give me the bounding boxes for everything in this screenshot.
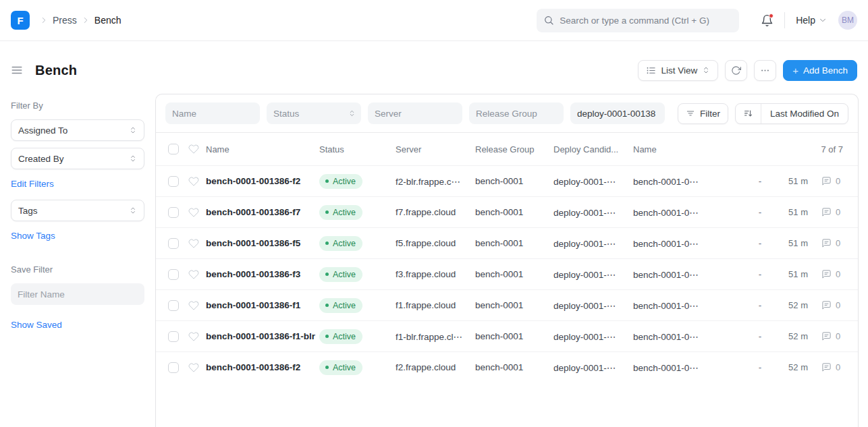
row-checkbox[interactable] (168, 238, 179, 249)
filter-name-input[interactable] (11, 283, 144, 305)
deploy-candidate-cell: deploy-0001-⋯ (553, 176, 633, 187)
assigned-to-select[interactable]: Assigned To (11, 119, 144, 141)
status-badge: Active (319, 174, 362, 189)
bench-name[interactable]: bench-0001-001386-f3 (206, 269, 319, 279)
notifications-button[interactable] (761, 14, 774, 27)
command-search[interactable] (537, 9, 739, 32)
assigned-to-label: Assigned To (18, 125, 67, 136)
favorite-heart-icon[interactable] (188, 269, 206, 280)
empty-value-cell: - (750, 269, 770, 279)
comments-cell: 0 (811, 176, 858, 186)
table-row[interactable]: bench-0001-001386-f1 Active f1.frappe.cl… (156, 289, 858, 320)
favorite-heart-icon[interactable] (188, 362, 206, 373)
status-dot-icon (325, 273, 329, 276)
bench-name[interactable]: bench-0001-001386-f7 (206, 207, 319, 217)
top-navbar: F Press Bench Help BM (0, 0, 868, 41)
server-filter-input[interactable] (368, 103, 462, 124)
last-modified-cell: 52 m (770, 362, 811, 372)
search-input[interactable] (560, 16, 732, 26)
refresh-icon (731, 65, 741, 76)
favorite-heart-icon[interactable] (188, 300, 206, 311)
favorite-heart-icon[interactable] (188, 207, 206, 218)
name2-cell: bench-0001-0⋯ (633, 238, 750, 249)
favorite-heart-icon[interactable] (188, 331, 206, 342)
bench-name[interactable]: bench-0001-001386-f2 (206, 362, 319, 372)
name2-cell: bench-0001-0⋯ (633, 207, 750, 218)
user-avatar[interactable]: BM (838, 11, 857, 30)
column-header-server[interactable]: Server (396, 144, 475, 154)
select-all-checkbox[interactable] (168, 144, 179, 154)
status-badge: Active (319, 236, 362, 251)
show-saved-link[interactable]: Show Saved (11, 320, 62, 330)
column-header-name2[interactable]: Name (633, 144, 750, 154)
status-badge: Active (319, 205, 362, 220)
server-cell: f1-blr.frappe.cl⋯ (396, 331, 475, 342)
row-checkbox[interactable] (168, 176, 179, 187)
status-text: Active (333, 177, 356, 186)
name2-cell: bench-0001-0⋯ (633, 300, 750, 311)
table-row[interactable]: bench-0001-001386-f3 Active f3.frappe.cl… (156, 258, 858, 289)
row-checkbox[interactable] (168, 362, 179, 373)
status-text: Active (333, 301, 356, 310)
last-modified-cell: 51 m (770, 269, 811, 279)
comment-icon (821, 238, 832, 248)
table-row[interactable]: bench-0001-001386-f5 Active f5.frappe.cl… (156, 227, 858, 258)
help-menu[interactable]: Help (796, 15, 828, 26)
name2-cell: bench-0001-0⋯ (633, 269, 750, 280)
table-row[interactable]: bench-0001-001386-f7 Active f7.frappe.cl… (156, 196, 858, 227)
comments-cell: 0 (811, 362, 858, 372)
tags-select[interactable]: Tags (11, 200, 144, 221)
page-header: Bench List View + Add Bench (0, 41, 868, 94)
column-header-name[interactable]: Name (206, 144, 319, 154)
column-header-deploy-candidate[interactable]: Deploy Candid... (553, 144, 633, 154)
comments-cell: 0 (811, 238, 858, 248)
filter-button-label: Filter (700, 109, 720, 119)
created-by-select[interactable]: Created By (11, 148, 144, 169)
filter-button[interactable]: Filter (678, 103, 728, 124)
more-options-button[interactable] (754, 60, 776, 81)
sort-field-label[interactable]: Last Modified On (761, 104, 848, 123)
deploy-candidate-cell: deploy-0001-⋯ (553, 269, 633, 280)
show-tags-link[interactable]: Show Tags (11, 231, 55, 241)
column-header-release-group[interactable]: Release Group (475, 144, 553, 154)
sort-descending-icon[interactable] (736, 104, 761, 123)
status-filter-select[interactable] (267, 103, 361, 124)
hamburger-menu-icon[interactable] (11, 64, 23, 76)
last-modified-cell: 52 m (770, 300, 811, 310)
column-header-status[interactable]: Status (319, 144, 396, 154)
status-dot-icon (325, 241, 329, 245)
tags-label: Tags (18, 206, 38, 216)
table-row[interactable]: bench-0001-001386-f1-blr Active f1-blr.f… (156, 320, 858, 351)
last-modified-cell: 52 m (770, 331, 811, 341)
list-view-button[interactable]: List View (638, 60, 718, 81)
table-row[interactable]: bench-0001-001386-f2 Active f2-blr.frapp… (156, 165, 858, 196)
chevron-updown-icon (129, 126, 137, 134)
release-group-filter-input[interactable] (469, 103, 564, 124)
row-checkbox[interactable] (168, 331, 179, 342)
sort-control[interactable]: Last Modified On (735, 103, 848, 124)
row-checkbox[interactable] (168, 269, 179, 280)
deploy-candidate-filter-input[interactable] (570, 103, 665, 124)
table-row[interactable]: bench-0001-001386-f2 Active f2.frappe.cl… (156, 351, 858, 382)
chevron-down-icon (818, 16, 828, 25)
favorite-heart-icon[interactable] (188, 238, 206, 249)
breadcrumb-bench[interactable]: Bench (94, 15, 121, 26)
refresh-button[interactable] (725, 60, 747, 81)
column-filter-bar: Filter Last Modified On (156, 94, 858, 132)
favorite-heart-icon[interactable] (188, 176, 206, 187)
name-filter-input[interactable] (165, 103, 260, 124)
bench-name[interactable]: bench-0001-001386-f5 (206, 238, 319, 248)
bench-name[interactable]: bench-0001-001386-f2 (206, 176, 319, 186)
bench-name[interactable]: bench-0001-001386-f1-blr (206, 331, 319, 341)
add-bench-button[interactable]: + Add Bench (783, 60, 857, 81)
row-checkbox[interactable] (168, 207, 179, 218)
edit-filters-link[interactable]: Edit Filters (11, 179, 54, 189)
frappe-logo-icon[interactable]: F (11, 11, 30, 30)
row-checkbox[interactable] (168, 300, 179, 311)
row-count: 7 of 7 (750, 144, 858, 154)
empty-value-cell: - (750, 238, 770, 248)
release-group-cell: bench-0001 (475, 300, 553, 310)
status-text: Active (333, 239, 356, 248)
breadcrumb-press[interactable]: Press (53, 15, 77, 26)
bench-name[interactable]: bench-0001-001386-f1 (206, 300, 319, 310)
